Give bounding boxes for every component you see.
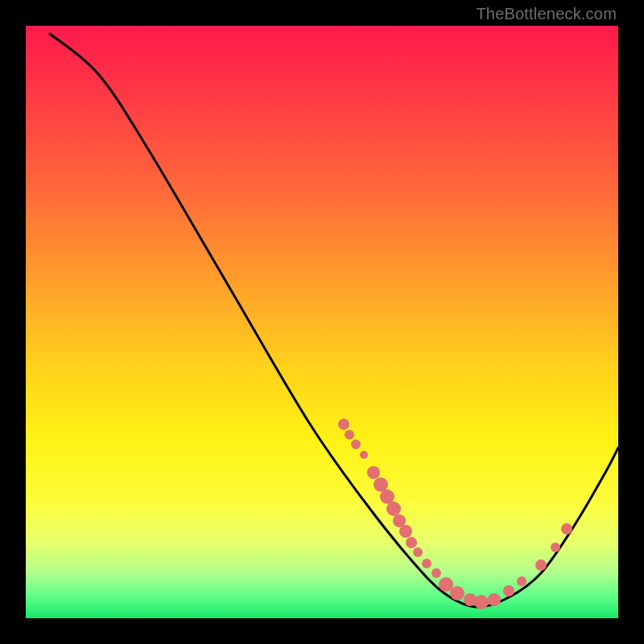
curve-marker <box>338 419 349 430</box>
curve-marker <box>399 525 412 538</box>
chart-frame: TheBottleneck.com <box>0 0 644 644</box>
curve-marker <box>345 430 354 440</box>
curve-marker <box>360 451 368 459</box>
curve-marker <box>551 543 560 552</box>
curve-marker <box>535 559 547 571</box>
curve-marker <box>406 537 417 548</box>
curve-marker <box>474 595 489 609</box>
curve-marker <box>351 440 361 449</box>
curve-marker <box>367 466 380 479</box>
curve-marker <box>561 523 572 535</box>
curve-marker <box>422 559 431 568</box>
plot-area <box>26 26 618 618</box>
curve-marker <box>386 502 401 516</box>
bottleneck-curve <box>50 34 618 607</box>
curve-marker <box>450 586 464 601</box>
curve-marker <box>488 593 501 606</box>
attribution-label: TheBottleneck.com <box>476 5 617 23</box>
curve-marker <box>413 547 423 557</box>
curve-layer <box>26 26 618 618</box>
curve-marker <box>503 585 514 597</box>
curve-marker <box>517 576 526 586</box>
curve-marker <box>439 577 453 592</box>
curve-marker <box>431 568 441 578</box>
